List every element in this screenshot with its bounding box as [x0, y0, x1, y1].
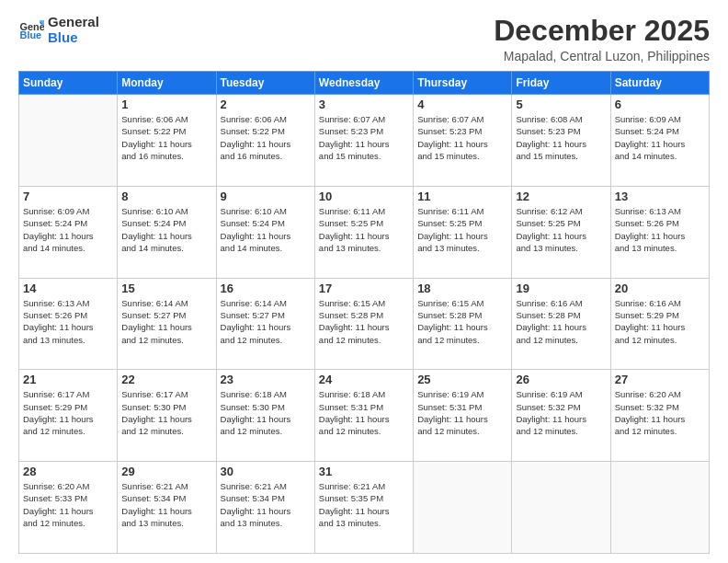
calendar-cell: 16Sunrise: 6:14 AMSunset: 5:27 PMDayligh… — [216, 278, 314, 370]
day-number: 28 — [23, 465, 113, 478]
calendar-cell: 28Sunrise: 6:20 AMSunset: 5:33 PMDayligh… — [19, 462, 118, 554]
calendar-cell — [19, 95, 118, 187]
day-header-sunday: Sunday — [19, 72, 118, 95]
day-info: Sunrise: 6:19 AMSunset: 5:31 PMDaylight:… — [417, 388, 507, 437]
day-number: 10 — [319, 190, 409, 203]
day-number: 8 — [121, 190, 211, 203]
day-info: Sunrise: 6:18 AMSunset: 5:30 PMDaylight:… — [221, 388, 311, 437]
day-number: 15 — [121, 282, 211, 295]
day-info: Sunrise: 6:20 AMSunset: 5:32 PMDaylight:… — [615, 388, 705, 437]
calendar-cell: 2Sunrise: 6:06 AMSunset: 5:22 PMDaylight… — [216, 95, 314, 187]
day-info: Sunrise: 6:15 AMSunset: 5:28 PMDaylight:… — [417, 297, 507, 346]
calendar-cell: 23Sunrise: 6:18 AMSunset: 5:30 PMDayligh… — [216, 370, 314, 462]
day-info: Sunrise: 6:06 AMSunset: 5:22 PMDaylight:… — [221, 113, 311, 162]
day-info: Sunrise: 6:19 AMSunset: 5:32 PMDaylight:… — [516, 388, 606, 437]
day-info: Sunrise: 6:12 AMSunset: 5:25 PMDaylight:… — [516, 205, 606, 254]
day-header-tuesday: Tuesday — [216, 72, 314, 95]
day-header-thursday: Thursday — [414, 72, 512, 95]
day-info: Sunrise: 6:21 AMSunset: 5:34 PMDaylight:… — [221, 480, 311, 529]
calendar-cell: 21Sunrise: 6:17 AMSunset: 5:29 PMDayligh… — [19, 370, 118, 462]
calendar-cell: 11Sunrise: 6:11 AMSunset: 5:25 PMDayligh… — [414, 186, 512, 278]
day-number: 27 — [615, 373, 705, 386]
day-number: 26 — [516, 373, 606, 386]
calendar-cell: 9Sunrise: 6:10 AMSunset: 5:24 PMDaylight… — [216, 186, 314, 278]
day-number: 24 — [319, 373, 409, 386]
day-number: 7 — [23, 190, 113, 203]
calendar-cell: 25Sunrise: 6:19 AMSunset: 5:31 PMDayligh… — [414, 370, 512, 462]
day-info: Sunrise: 6:17 AMSunset: 5:29 PMDaylight:… — [23, 388, 113, 437]
day-number: 14 — [23, 282, 113, 295]
day-number: 13 — [615, 190, 705, 203]
day-number: 25 — [417, 373, 507, 386]
day-info: Sunrise: 6:20 AMSunset: 5:33 PMDaylight:… — [23, 480, 113, 529]
header: General Blue General Blue December 2025 … — [18, 15, 710, 63]
day-number: 11 — [417, 190, 507, 203]
day-number: 16 — [221, 282, 311, 295]
title-block: December 2025 Mapalad, Central Luzon, Ph… — [494, 15, 710, 63]
calendar-cell: 30Sunrise: 6:21 AMSunset: 5:34 PMDayligh… — [216, 462, 314, 554]
day-info: Sunrise: 6:21 AMSunset: 5:34 PMDaylight:… — [121, 480, 211, 529]
day-info: Sunrise: 6:16 AMSunset: 5:29 PMDaylight:… — [615, 297, 705, 346]
day-number: 17 — [319, 282, 409, 295]
calendar-cell — [414, 462, 512, 554]
day-info: Sunrise: 6:07 AMSunset: 5:23 PMDaylight:… — [319, 113, 409, 162]
day-info: Sunrise: 6:16 AMSunset: 5:28 PMDaylight:… — [516, 297, 606, 346]
calendar-cell: 20Sunrise: 6:16 AMSunset: 5:29 PMDayligh… — [610, 278, 709, 370]
calendar-cell: 27Sunrise: 6:20 AMSunset: 5:32 PMDayligh… — [610, 370, 709, 462]
day-number: 12 — [516, 190, 606, 203]
subtitle: Mapalad, Central Luzon, Philippines — [494, 49, 710, 63]
calendar-cell: 4Sunrise: 6:07 AMSunset: 5:23 PMDaylight… — [414, 95, 512, 187]
day-info: Sunrise: 6:15 AMSunset: 5:28 PMDaylight:… — [319, 297, 409, 346]
day-number: 21 — [23, 373, 113, 386]
day-info: Sunrise: 6:10 AMSunset: 5:24 PMDaylight:… — [221, 205, 311, 254]
calendar-cell — [610, 462, 709, 554]
day-number: 2 — [221, 98, 311, 111]
calendar-cell: 24Sunrise: 6:18 AMSunset: 5:31 PMDayligh… — [314, 370, 413, 462]
calendar-cell: 10Sunrise: 6:11 AMSunset: 5:25 PMDayligh… — [314, 186, 413, 278]
day-number: 1 — [121, 98, 211, 111]
header-row: SundayMondayTuesdayWednesdayThursdayFrid… — [19, 72, 710, 95]
calendar-cell: 15Sunrise: 6:14 AMSunset: 5:27 PMDayligh… — [118, 278, 216, 370]
calendar-cell: 7Sunrise: 6:09 AMSunset: 5:24 PMDaylight… — [19, 186, 118, 278]
calendar-cell: 18Sunrise: 6:15 AMSunset: 5:28 PMDayligh… — [414, 278, 512, 370]
day-number: 23 — [221, 373, 311, 386]
day-info: Sunrise: 6:13 AMSunset: 5:26 PMDaylight:… — [615, 205, 705, 254]
day-info: Sunrise: 6:07 AMSunset: 5:23 PMDaylight:… — [417, 113, 507, 162]
calendar-header: SundayMondayTuesdayWednesdayThursdayFrid… — [19, 72, 710, 95]
page: General Blue General Blue December 2025 … — [0, 0, 728, 563]
day-header-saturday: Saturday — [610, 72, 709, 95]
calendar-cell: 29Sunrise: 6:21 AMSunset: 5:34 PMDayligh… — [118, 462, 216, 554]
day-info: Sunrise: 6:08 AMSunset: 5:23 PMDaylight:… — [516, 113, 606, 162]
week-row-2: 7Sunrise: 6:09 AMSunset: 5:24 PMDaylight… — [19, 186, 710, 278]
day-header-wednesday: Wednesday — [314, 72, 413, 95]
day-info: Sunrise: 6:06 AMSunset: 5:22 PMDaylight:… — [121, 113, 211, 162]
day-info: Sunrise: 6:14 AMSunset: 5:27 PMDaylight:… — [121, 297, 211, 346]
logo-icon: General Blue — [18, 17, 44, 43]
day-number: 19 — [516, 282, 606, 295]
day-number: 6 — [615, 98, 705, 111]
calendar-cell: 31Sunrise: 6:21 AMSunset: 5:35 PMDayligh… — [314, 462, 413, 554]
calendar-cell: 5Sunrise: 6:08 AMSunset: 5:23 PMDaylight… — [512, 95, 610, 187]
day-header-monday: Monday — [118, 72, 216, 95]
day-info: Sunrise: 6:11 AMSunset: 5:25 PMDaylight:… — [319, 205, 409, 254]
day-info: Sunrise: 6:11 AMSunset: 5:25 PMDaylight:… — [417, 205, 507, 254]
calendar-cell: 19Sunrise: 6:16 AMSunset: 5:28 PMDayligh… — [512, 278, 610, 370]
calendar-table: SundayMondayTuesdayWednesdayThursdayFrid… — [18, 71, 710, 554]
day-number: 31 — [319, 465, 409, 478]
calendar-cell: 13Sunrise: 6:13 AMSunset: 5:26 PMDayligh… — [610, 186, 709, 278]
day-number: 9 — [221, 190, 311, 203]
day-info: Sunrise: 6:18 AMSunset: 5:31 PMDaylight:… — [319, 388, 409, 437]
logo-blue-text: Blue — [48, 30, 99, 46]
day-info: Sunrise: 6:14 AMSunset: 5:27 PMDaylight:… — [221, 297, 311, 346]
day-number: 4 — [417, 98, 507, 111]
calendar-cell: 14Sunrise: 6:13 AMSunset: 5:26 PMDayligh… — [19, 278, 118, 370]
week-row-4: 21Sunrise: 6:17 AMSunset: 5:29 PMDayligh… — [19, 370, 710, 462]
logo: General Blue General Blue — [18, 15, 99, 45]
day-number: 30 — [221, 465, 311, 478]
day-number: 3 — [319, 98, 409, 111]
calendar-cell: 6Sunrise: 6:09 AMSunset: 5:24 PMDaylight… — [610, 95, 709, 187]
day-info: Sunrise: 6:09 AMSunset: 5:24 PMDaylight:… — [23, 205, 113, 254]
day-number: 20 — [615, 282, 705, 295]
calendar-cell: 3Sunrise: 6:07 AMSunset: 5:23 PMDaylight… — [314, 95, 413, 187]
day-number: 5 — [516, 98, 606, 111]
